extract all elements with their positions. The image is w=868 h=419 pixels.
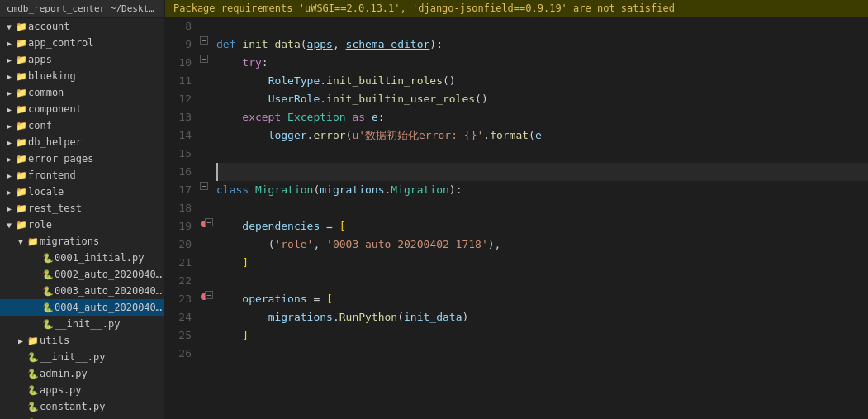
code-line-23: operations = [ xyxy=(216,290,868,308)
file-icon: 🐍 xyxy=(41,302,55,313)
sidebar-item-blueking[interactable]: ▶ 📁 blueking xyxy=(0,68,164,84)
sidebar-item-conf[interactable]: ▶ 📁 conf xyxy=(0,117,164,134)
sidebar-item-apps-py[interactable]: 🐍 apps.py xyxy=(0,382,164,398)
sidebar-item-utils[interactable]: ▶ 📁 utils xyxy=(0,332,164,349)
sidebar-item-rest-test[interactable]: ▶ 📁 rest_test xyxy=(0,200,164,217)
sidebar-item-account[interactable]: ▼ 📁 account xyxy=(0,18,164,35)
class-exception: Exception xyxy=(287,108,345,126)
code-line-8 xyxy=(216,17,868,36)
file-icon: 🐍 xyxy=(26,369,40,379)
folder-icon: 📁 xyxy=(15,55,28,65)
folder-icon: 📁 xyxy=(15,187,28,198)
code-line-16[interactable] xyxy=(216,163,868,181)
fold-icon-line19[interactable]: − xyxy=(205,218,213,226)
string-role: 'role' xyxy=(274,236,313,254)
fold-icon-line23[interactable]: − xyxy=(205,291,213,299)
bracket-open2: [ xyxy=(326,290,333,308)
file-icon: 🐍 xyxy=(41,286,55,297)
file-icon: 🐍 xyxy=(26,402,40,412)
sidebar-item-constant[interactable]: 🐍 constant.py xyxy=(0,398,164,415)
sidebar-item-admin[interactable]: 🐍 admin.py xyxy=(0,365,164,382)
sidebar-item-label: constant.py xyxy=(40,401,164,412)
folder-icon: 📁 xyxy=(15,38,28,49)
chevron-down-icon: ▼ xyxy=(15,237,26,246)
punct: , xyxy=(333,36,346,54)
code-line-10: try : xyxy=(216,54,868,72)
chevron-right-icon: ▶ xyxy=(3,171,15,180)
sidebar-item-component[interactable]: ▶ 📁 component xyxy=(0,101,164,117)
punct: () xyxy=(475,90,488,108)
folder-icon: 📁 xyxy=(15,104,28,115)
code-line-9: def init_data ( apps , schema_editor ): xyxy=(216,36,868,54)
var-init-data: init_data xyxy=(404,308,462,326)
chevron-right-icon: ▶ xyxy=(3,188,15,197)
sidebar-item-label: rest_test xyxy=(28,202,164,214)
sidebar-item-managers[interactable]: 🐍 managers.py xyxy=(0,415,164,419)
chevron-right-icon: ▶ xyxy=(3,39,15,48)
chevron-down-icon: ▼ xyxy=(3,22,15,31)
code-line-11: RoleType . init_builtin_roles () xyxy=(216,72,868,90)
sidebar-item-label: app_control xyxy=(28,37,164,49)
punct: , xyxy=(313,236,326,254)
sidebar-item-0004-auto[interactable]: 🐍 0004_auto_20200409_1707.py xyxy=(0,299,164,316)
var-roletype: RoleType xyxy=(268,72,320,90)
editor-gutter: − − − − − xyxy=(198,17,213,419)
sidebar-item-app-control[interactable]: ▶ 📁 app_control xyxy=(0,35,164,51)
fold-icon-line17[interactable]: − xyxy=(200,182,208,190)
punct: : xyxy=(378,108,385,126)
fold-icon-line10[interactable]: − xyxy=(200,55,208,63)
punct: ), xyxy=(488,236,501,254)
sidebar-header: cmdb_report_center ~/Desktop/nono_git/cm xyxy=(0,0,164,18)
sidebar-item-label: migrations xyxy=(40,236,164,247)
code-editor[interactable]: def init_data ( apps , schema_editor ): … xyxy=(213,17,868,419)
sidebar-item-label: apps xyxy=(28,54,164,65)
sidebar-item-error-pages[interactable]: ▶ 📁 error_pages xyxy=(0,150,164,167)
code-line-19: dependencies = [ xyxy=(216,217,868,236)
file-icon: 🐍 xyxy=(41,319,55,330)
file-icon: 🐍 xyxy=(41,253,55,264)
fold-icon-line9[interactable]: − xyxy=(200,36,208,45)
sidebar-item-label: account xyxy=(28,21,164,32)
folder-icon: 📁 xyxy=(15,220,28,231)
keyword-except: except xyxy=(242,108,281,126)
sidebar-item-common[interactable]: ▶ 📁 common xyxy=(0,84,164,101)
sidebar-item-label: 0001_initial.py xyxy=(55,252,164,264)
sidebar-item-frontend[interactable]: ▶ 📁 frontend xyxy=(0,167,164,183)
sidebar-item-0002-auto[interactable]: 🐍 0002_auto_20200402_1515.py xyxy=(0,266,164,283)
code-line-20: ( 'role' , '0003_auto_20200402_1718' ), xyxy=(216,236,868,254)
punct: . xyxy=(320,90,326,108)
sidebar-item-0001-initial[interactable]: 🐍 0001_initial.py xyxy=(0,250,164,266)
sidebar-item-db-helper[interactable]: ▶ 📁 db_helper xyxy=(0,134,164,150)
punct: ( xyxy=(313,181,320,199)
sidebar-item-role[interactable]: ▼ 📁 role xyxy=(0,217,164,233)
folder-icon: 📁 xyxy=(26,336,40,346)
keyword-class: class xyxy=(216,181,249,199)
fn-init-builtin-roles: init_builtin_roles xyxy=(326,72,443,90)
sidebar-item-init-migrations[interactable]: 🐍 __init__.py xyxy=(0,316,164,332)
file-icon: 🐍 xyxy=(26,385,40,396)
folder-icon: 📁 xyxy=(15,88,28,98)
sidebar-item-label: error_pages xyxy=(28,153,164,164)
var-e2: e xyxy=(535,126,542,145)
sidebar-item-init-role[interactable]: 🐍 __init__.py xyxy=(0,349,164,365)
sidebar-item-label: component xyxy=(28,103,164,115)
code-line-21: ] xyxy=(216,254,868,272)
sidebar-item-apps[interactable]: ▶ 📁 apps xyxy=(0,51,164,68)
sidebar-item-migrations[interactable]: ▼ 📁 migrations xyxy=(0,233,164,250)
punct: . xyxy=(307,126,314,145)
sidebar-item-label: locale xyxy=(28,186,164,198)
file-icon: 🐍 xyxy=(26,352,40,363)
sidebar-item-0003-auto[interactable]: 🐍 0003_auto_20200402_1718.py xyxy=(0,283,164,299)
sidebar-item-locale[interactable]: ▶ 📁 locale xyxy=(0,183,164,200)
code-line-15 xyxy=(216,145,868,163)
chevron-right-icon: ▶ xyxy=(15,336,26,345)
code-line-26 xyxy=(216,345,868,363)
function-name: init_data xyxy=(242,36,300,54)
var-logger: logger xyxy=(268,126,307,145)
folder-icon: 📁 xyxy=(15,21,28,32)
sidebar-item-label: frontend xyxy=(28,169,164,181)
code-area[interactable]: 8 9 10 11 12 13 14 15 16 17 18 19 20 21 … xyxy=(165,17,868,419)
fn-error: error xyxy=(313,126,345,145)
folder-icon: 📁 xyxy=(26,236,40,247)
class-migration: Migration xyxy=(255,181,313,199)
